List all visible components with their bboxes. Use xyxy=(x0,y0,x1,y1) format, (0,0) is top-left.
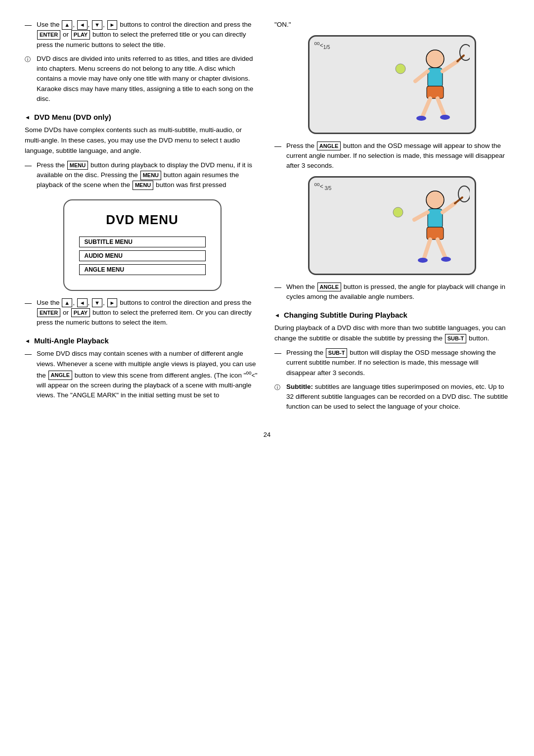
dvd-info-text: DVD discs are divided into units referre… xyxy=(37,54,260,104)
btn-up2: ▲ xyxy=(62,298,72,308)
section-dvd-menu-para: Some DVDs have complex contents such as … xyxy=(25,125,260,156)
dvd-menu-bullet-text: Press the MENU button during playback to… xyxy=(37,160,260,190)
btn-subt2: SUB-T xyxy=(326,348,348,358)
subtitle-bullet-2: ⓘ Subtitle: subtitles are language title… xyxy=(274,382,509,412)
dvd-menu-item-angle: ANGLE MENU xyxy=(79,264,206,275)
btn-right2: ► xyxy=(107,298,118,308)
btn-down: ▼ xyxy=(92,20,102,30)
dvd-menu-bullet: — Press the MENU button during playback … xyxy=(25,160,260,190)
btn-play: PLAY xyxy=(71,30,90,40)
svg-point-0 xyxy=(426,50,444,68)
dash-icon: — xyxy=(25,20,33,50)
btn-down2: ▼ xyxy=(92,298,102,308)
svg-point-18 xyxy=(458,186,470,202)
left-column: — Use the ▲, ◄, ▼, ► buttons to control … xyxy=(25,20,260,416)
btn-angle: ANGLE xyxy=(48,371,73,380)
bullet-arrow-text: Use the ▲, ◄, ▼, ► buttons to control th… xyxy=(37,20,260,50)
svg-point-10 xyxy=(440,115,450,120)
btn-left2: ◄ xyxy=(77,298,88,308)
section-multiangle-heading: ◄ Multi-Angle Playback xyxy=(25,336,260,345)
section-multiangle-title: Multi-Angle Playback xyxy=(34,336,109,345)
dash-icon5: — xyxy=(274,141,282,171)
btn-subt: SUB-T xyxy=(445,334,467,343)
angle-bullet-2: — When the ANGLE button is pressed, the … xyxy=(274,282,509,302)
dash-icon7: — xyxy=(274,348,282,378)
svg-line-4 xyxy=(443,61,457,71)
svg-point-21 xyxy=(418,258,428,263)
bullet-dvd-info: ⓘ DVD discs are divided into units refer… xyxy=(25,54,260,104)
subtitle-bullet-1-text: Pressing the SUB-T button will display t… xyxy=(286,348,509,378)
btn-right: ► xyxy=(107,20,118,30)
multiangle-text: Some DVD discs may contain scenes with a… xyxy=(37,349,260,400)
section-subtitle-heading: ◄ Changing Subtitle During Playback xyxy=(274,311,509,319)
section-dvd-menu-heading: ◄ DVD Menu (DVD only) xyxy=(25,113,260,121)
svg-line-7 xyxy=(423,98,430,116)
tennis-player-1 xyxy=(371,42,470,128)
section-subtitle-title: Changing Subtitle During Playback xyxy=(284,311,407,319)
screen-angle-1: oo<1/5 xyxy=(308,35,476,134)
btn-menu: MENU xyxy=(67,161,88,170)
btn-menu3: MENU xyxy=(133,181,153,190)
dvd-menu-display-box: DVD MENU SUBTITLE MENU AUDIO MENU ANGLE … xyxy=(63,199,222,291)
info-icon2: ⓘ xyxy=(274,383,282,412)
svg-line-20 xyxy=(438,239,445,257)
btn-menu2: MENU xyxy=(140,171,161,180)
subtitle-bullet-2-text: Subtitle: subtitles are language titles … xyxy=(286,382,509,412)
angle-label-2: oo< 3/5 xyxy=(314,182,332,191)
dash-icon6: — xyxy=(274,282,282,302)
svg-line-16 xyxy=(443,203,455,212)
section-dvd-menu-title: DVD Menu (DVD only) xyxy=(34,113,111,121)
svg-rect-14 xyxy=(427,227,444,239)
dvd-menu-item-audio: AUDIO MENU xyxy=(79,250,206,261)
svg-point-23 xyxy=(393,207,403,217)
angle-bullet-2-text: When the ANGLE button is pressed, the an… xyxy=(286,282,509,302)
angle-bullet-1-text: Press the ANGLE button and the OSD messa… xyxy=(286,141,509,171)
dash-icon4: — xyxy=(25,349,33,400)
section-tri-icon: ◄ xyxy=(25,114,30,120)
btn-left: ◄ xyxy=(77,20,88,30)
bullet-item-text: Use the ▲, ◄, ▼, ► buttons to control th… xyxy=(37,298,260,328)
dash-icon2: — xyxy=(25,160,33,190)
screen-angle-2: oo< 3/5 xyxy=(308,176,476,275)
svg-rect-1 xyxy=(428,68,443,88)
svg-point-6 xyxy=(460,45,470,60)
section-tri-icon2: ◄ xyxy=(25,338,30,344)
btn-play2: PLAY xyxy=(71,308,90,318)
svg-point-11 xyxy=(396,64,405,74)
svg-rect-2 xyxy=(427,86,444,98)
bullet-arrow-control: — Use the ▲, ◄, ▼, ► buttons to control … xyxy=(25,20,260,50)
svg-point-12 xyxy=(426,191,444,209)
btn-up: ▲ xyxy=(62,20,72,30)
section-tri-icon3: ◄ xyxy=(274,312,280,318)
svg-point-9 xyxy=(416,116,426,121)
btn-angle3: ANGLE xyxy=(317,283,342,292)
btn-enter2: ENTER xyxy=(37,308,60,318)
multiangle-para: — Some DVD discs may contain scenes with… xyxy=(25,349,260,400)
dash-icon3: — xyxy=(25,298,33,328)
info-icon: ⓘ xyxy=(25,55,33,104)
bullet-item-control: — Use the ▲, ◄, ▼, ► buttons to control … xyxy=(25,298,260,328)
svg-line-15 xyxy=(414,212,428,220)
angle-bullet-1: — Press the ANGLE button and the OSD mes… xyxy=(274,141,509,171)
right-column: "ON." oo<1/5 xyxy=(274,20,509,416)
dvd-menu-item-subtitle: SUBTITLE MENU xyxy=(79,236,206,247)
section-subtitle-para: During playback of a DVD disc with more … xyxy=(274,323,509,344)
page-number: 24 xyxy=(25,431,509,438)
tennis-player-2 xyxy=(371,183,470,269)
svg-line-3 xyxy=(415,71,428,81)
btn-angle2: ANGLE xyxy=(317,142,341,151)
svg-rect-13 xyxy=(428,209,443,229)
svg-line-8 xyxy=(438,98,444,115)
btn-enter: ENTER xyxy=(37,30,60,40)
on-text: "ON." xyxy=(274,20,509,30)
dvd-menu-display-title: DVD MENU xyxy=(79,212,206,228)
subtitle-bullet-1: — Pressing the SUB-T button will display… xyxy=(274,348,509,378)
angle-label-1: oo<1/5 xyxy=(314,41,330,50)
svg-point-22 xyxy=(441,257,451,262)
svg-line-19 xyxy=(424,239,430,258)
